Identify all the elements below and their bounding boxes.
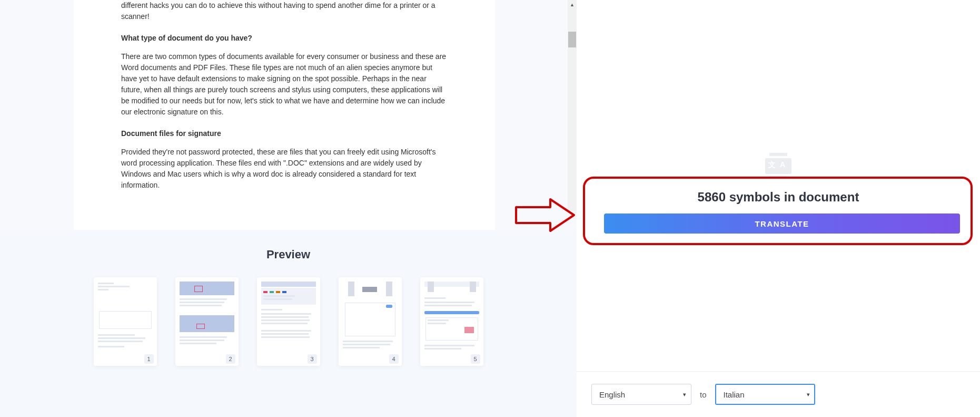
- thumbnail-row: 1 2: [0, 277, 577, 366]
- preview-section: Preview 1: [0, 230, 577, 417]
- page-thumbnail[interactable]: 2: [175, 277, 239, 366]
- right-sidebar: 文 A 5860 symbols in document TRANSLATE E…: [577, 0, 980, 417]
- symbols-count-text: 5860 symbols in document: [577, 190, 980, 205]
- annotation-highlight-box: [583, 177, 973, 245]
- divider: [577, 371, 980, 372]
- language-selector-row: English to Italian: [591, 384, 975, 405]
- scrollbar-track[interactable]: ▲: [568, 0, 577, 211]
- page-thumbnail[interactable]: 4: [339, 277, 402, 366]
- document-heading: What type of document do you have?: [121, 33, 448, 44]
- document-paragraph: Provided they're not password protected,…: [121, 147, 448, 191]
- page-number-badge: 5: [471, 354, 480, 364]
- annotation-arrow-icon: [513, 197, 577, 234]
- to-label: to: [700, 390, 707, 399]
- page-thumbnail[interactable]: 1: [94, 277, 157, 366]
- document-scroll-area: different hacks you can do to achieve th…: [0, 0, 577, 230]
- scroll-up-icon[interactable]: ▲: [568, 0, 577, 9]
- main-layout: different hacks you can do to achieve th…: [0, 0, 980, 417]
- left-column: different hacks you can do to achieve th…: [0, 0, 577, 417]
- preview-title: Preview: [0, 248, 577, 261]
- page-number-badge: 1: [144, 354, 154, 364]
- document-paragraph: There are two common types of documents …: [121, 51, 448, 118]
- scrollbar-thumb[interactable]: [568, 32, 576, 47]
- document-heading: Document files for signature: [121, 128, 448, 139]
- page-thumbnail[interactable]: 3: [257, 277, 320, 366]
- page-number-badge: 4: [389, 354, 399, 364]
- page-number-badge: 2: [226, 354, 235, 364]
- page-number-badge: 3: [308, 354, 317, 364]
- target-language-select[interactable]: Italian: [715, 384, 815, 405]
- translate-icon: 文 A: [765, 153, 791, 179]
- document-viewer: different hacks you can do to achieve th…: [74, 0, 495, 230]
- translate-button[interactable]: TRANSLATE: [604, 214, 960, 234]
- page-thumbnail[interactable]: 5: [420, 277, 483, 366]
- source-language-select[interactable]: English: [591, 384, 691, 405]
- document-paragraph: different hacks you can do to achieve th…: [121, 0, 448, 22]
